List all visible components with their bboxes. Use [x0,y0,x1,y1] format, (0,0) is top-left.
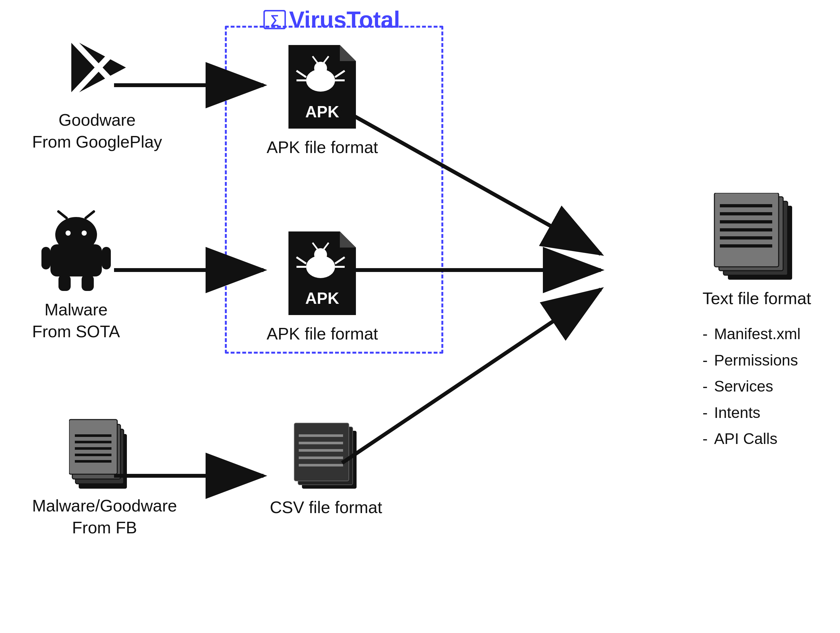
text-file-details: -Manifest.xml -Permissions -Services -In… [703,321,801,452]
android-icon [41,209,112,293]
apk-file-2: APK APK file format [267,231,378,343]
malware-sota-label: Malware From SOTA [32,299,120,342]
svg-line-9 [58,212,66,218]
virustotal-label: VirusTotal [289,6,400,33]
svg-text:APK: APK [305,290,339,307]
svg-text:∑: ∑ [270,13,279,26]
goodware-label: Goodware From GooglePlay [32,109,162,153]
play-store-icon [62,32,133,103]
apk-icon-2: APK [285,231,359,318]
svg-rect-44 [294,423,349,481]
source-malware-sota: Malware From SOTA [32,209,120,342]
svg-point-7 [66,231,71,236]
csv-label: CSV file format [270,498,382,517]
apk-file-1: APK APK file format [267,45,378,157]
apk-label-1: APK file format [267,138,378,157]
virustotal-logo: ∑ VirusTotal [264,6,400,33]
svg-point-38 [314,248,327,261]
svg-text:APK: APK [305,103,339,121]
diagram-container: ∑ VirusTotal Goodware From GooglePlay [0,0,840,633]
csv-icon [289,421,363,492]
text-file-icon [712,193,802,283]
text-file-item: Text file format -Manifest.xml -Permissi… [703,193,811,452]
svg-line-10 [86,212,94,218]
source-goodware: Goodware From GooglePlay [32,32,162,153]
apk-label-2: APK file format [267,324,378,343]
source-malware-fb: Malware/Goodware From FB [32,418,177,538]
apk-icon-1: APK [285,45,359,132]
svg-point-8 [82,231,87,236]
svg-rect-13 [58,275,71,291]
svg-rect-11 [41,247,51,269]
svg-rect-18 [69,419,117,474]
csv-file: CSV file format [270,421,382,517]
svg-rect-14 [82,275,94,291]
svg-point-29 [314,62,327,74]
virustotal-icon: ∑ [264,10,286,29]
svg-point-6 [55,217,97,252]
svg-rect-12 [102,247,111,269]
text-file-label: Text file format [703,289,811,308]
malware-fb-label: Malware/Goodware From FB [32,495,177,538]
fb-stack-icon [69,418,140,489]
